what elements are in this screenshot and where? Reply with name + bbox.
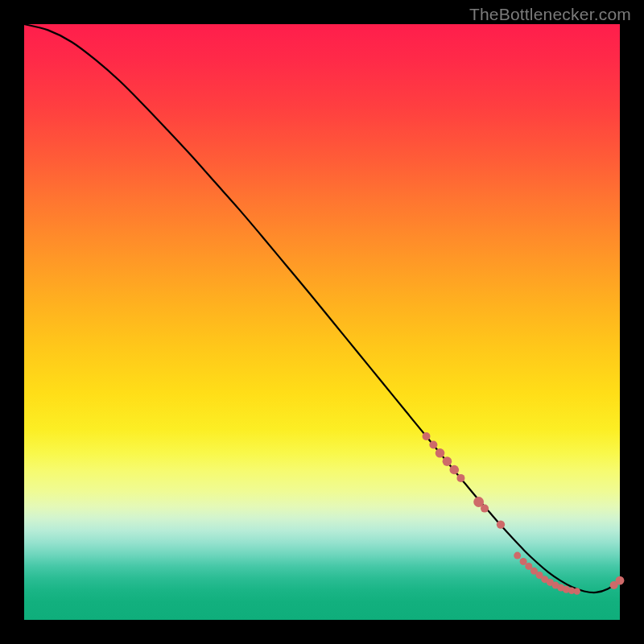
curve-marker <box>481 505 489 513</box>
curve-marker <box>574 588 580 594</box>
curve-marker <box>616 576 625 585</box>
curve-marker <box>449 465 459 475</box>
curve-markers <box>423 432 625 595</box>
curve-svg <box>24 24 620 620</box>
curve-marker <box>456 474 464 482</box>
chart-stage: TheBottlenecker.com <box>0 0 644 644</box>
curve-marker <box>423 432 431 440</box>
bottleneck-curve <box>24 24 620 592</box>
curve-marker <box>497 520 505 528</box>
curve-marker <box>514 552 521 559</box>
curve-marker <box>429 440 437 448</box>
attribution-label: TheBottlenecker.com <box>469 5 631 24</box>
curve-marker <box>436 448 445 458</box>
curve-marker <box>443 456 452 466</box>
plot-area <box>24 24 620 620</box>
